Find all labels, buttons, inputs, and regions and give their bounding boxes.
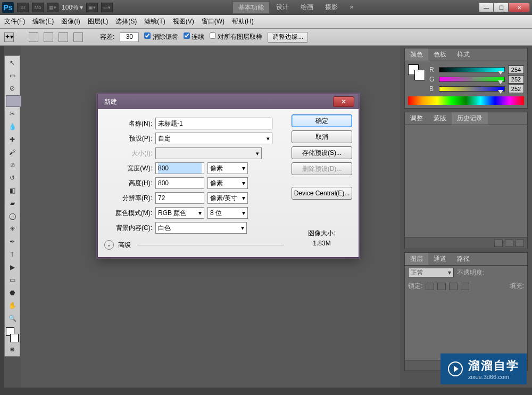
resolution-unit-select[interactable]: 像素/英寸▾ <box>207 192 248 204</box>
size-select <box>155 147 262 159</box>
resolution-label: 分辨率(R): <box>104 194 152 203</box>
bg-label: 背景内容(C): <box>104 224 152 233</box>
delete-preset-button: 删除预设(D)... <box>292 162 352 175</box>
save-preset-button[interactable]: 存储预设(S)... <box>292 146 352 159</box>
file-size-value: 1.83M <box>292 238 352 249</box>
name-label: 名称(N): <box>104 119 152 128</box>
mode-label: 颜色模式(M): <box>104 209 152 218</box>
width-unit-select[interactable]: 像素▾ <box>207 162 248 174</box>
height-label: 高度(H): <box>104 179 152 188</box>
width-label: 宽度(W): <box>104 164 152 173</box>
height-input[interactable] <box>155 177 204 189</box>
resolution-input[interactable] <box>155 192 204 204</box>
preset-label: 预设(P): <box>104 134 152 143</box>
watermark-title: 溜溜自学 <box>468 358 519 374</box>
mode-select[interactable]: RGB 颜色▾ <box>155 207 204 219</box>
cancel-button[interactable]: 取消 <box>292 130 352 143</box>
ok-button[interactable]: 确定 <box>292 114 352 127</box>
new-document-dialog: 新建 ✕ 名称(N): 预设(P): 自定 大小(I): 宽度(W): <box>97 94 359 258</box>
height-unit-select[interactable]: 像素▾ <box>207 177 248 189</box>
file-size-label: 图像大小: <box>292 228 352 238</box>
advanced-toggle[interactable]: ⌄ <box>104 240 114 250</box>
width-input[interactable] <box>155 162 204 174</box>
depth-select[interactable]: 8 位▾ <box>207 207 248 219</box>
size-label: 大小(I): <box>104 149 152 158</box>
play-icon <box>448 361 463 376</box>
name-input[interactable] <box>155 118 272 129</box>
bg-select[interactable]: 白色▾ <box>155 222 247 234</box>
preset-select[interactable]: 自定 <box>155 133 272 144</box>
watermark: 溜溜自学 zixue.3d66.com <box>440 353 527 384</box>
device-central-button[interactable]: Device Central(E)... <box>292 187 352 200</box>
watermark-url: zixue.3d66.com <box>468 374 509 380</box>
dialog-title: 新建 <box>104 97 117 106</box>
dialog-close-button[interactable]: ✕ <box>333 96 354 107</box>
advanced-label: 高级 <box>118 241 131 250</box>
